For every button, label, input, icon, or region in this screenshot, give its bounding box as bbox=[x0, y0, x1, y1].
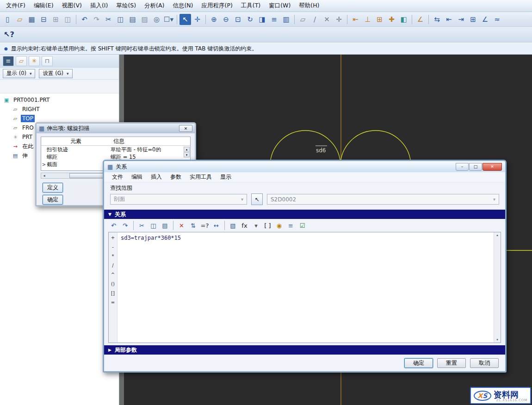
zoom-in-icon[interactable]: ⊕ bbox=[208, 14, 220, 25]
tree-item-right[interactable]: ▱ RIGHT bbox=[0, 105, 119, 114]
vertical-scrollbar[interactable]: ▴ ▾ bbox=[494, 232, 501, 343]
shade-toggle-icon[interactable]: ◧ bbox=[398, 14, 409, 25]
grid-snap-icon[interactable]: ⊞ bbox=[467, 14, 479, 25]
saved-views-icon[interactable]: ◨ bbox=[256, 14, 268, 25]
paste-icon[interactable]: ▤ bbox=[127, 14, 138, 25]
menu-item[interactable]: 应用程序(P) bbox=[198, 0, 237, 12]
menu-item[interactable]: 帮助(H) bbox=[295, 0, 323, 12]
operator-button[interactable]: + bbox=[109, 234, 117, 241]
ok-button[interactable]: 确定 bbox=[43, 195, 63, 205]
model-tree-tab-icon[interactable]: ≡ bbox=[3, 56, 14, 66]
sorted-list-icon[interactable]: ≡ bbox=[285, 220, 296, 231]
menu-item[interactable]: 编辑(E) bbox=[30, 0, 58, 12]
sketch-view-icon[interactable]: ∠ bbox=[414, 14, 426, 25]
copy-icon[interactable]: ◫ bbox=[115, 14, 126, 25]
menu-item[interactable]: 显示 bbox=[216, 172, 235, 182]
operator-button[interactable]: / bbox=[109, 262, 117, 269]
csys-toggle-icon[interactable]: ✛ bbox=[333, 14, 345, 25]
cut-icon[interactable]: ✂ bbox=[136, 220, 147, 231]
zoom-window-icon[interactable]: ⊡ bbox=[232, 14, 244, 25]
print-preview-icon[interactable]: ⊞ bbox=[50, 14, 62, 25]
redo-icon[interactable]: ↷ bbox=[120, 220, 130, 231]
spin-down-icon[interactable]: ▾ bbox=[184, 152, 190, 157]
copy-icon[interactable]: ◫ bbox=[148, 220, 159, 231]
view-manager-icon[interactable]: ▥ bbox=[280, 14, 292, 25]
fit-vertical-icon[interactable]: ⇥ bbox=[455, 14, 467, 25]
undo-icon[interactable]: ↶ bbox=[79, 14, 90, 25]
datum-plane-toggle-icon[interactable]: ▱ bbox=[297, 14, 309, 25]
evaluate-icon[interactable]: =? bbox=[199, 220, 210, 231]
spin-up-icon[interactable]: ▴ bbox=[184, 147, 190, 152]
save-file-icon[interactable]: ▦ bbox=[26, 14, 37, 25]
datum-point-toggle-icon[interactable]: ✕ bbox=[321, 14, 333, 25]
close-button[interactable]: ✕ bbox=[483, 163, 502, 171]
operator-button[interactable]: ^ bbox=[109, 271, 117, 278]
folder-browser-icon[interactable]: ▱ bbox=[16, 56, 27, 66]
datum-axis-toggle-icon[interactable]: ∕ bbox=[309, 14, 321, 25]
menu-item[interactable]: 插入(I) bbox=[86, 0, 112, 12]
function-dropdown-icon[interactable]: ▾ bbox=[251, 220, 261, 231]
scroll-left-icon[interactable]: ◂ bbox=[41, 173, 47, 178]
menu-item[interactable]: 文件(F) bbox=[2, 0, 30, 12]
insert-from-file-icon[interactable]: ▧ bbox=[228, 220, 238, 231]
paste-icon[interactable]: ▤ bbox=[160, 220, 170, 231]
pick-in-graphics-button[interactable]: ↖ bbox=[251, 193, 263, 205]
context-help-icon[interactable]: ↖? bbox=[4, 30, 14, 39]
operator-button[interactable]: [] bbox=[109, 290, 117, 297]
print-icon[interactable]: ⊟ bbox=[38, 14, 49, 25]
maximize-button[interactable]: □ bbox=[469, 163, 482, 171]
menu-item[interactable]: 插入 bbox=[147, 172, 166, 182]
local-params-section-header[interactable]: ▶ 局部参数 bbox=[104, 345, 505, 355]
menu-item[interactable]: 草绘(S) bbox=[112, 0, 140, 12]
scroll-down-icon[interactable]: ▾ bbox=[496, 338, 498, 342]
undo-icon[interactable]: ↶ bbox=[108, 220, 119, 231]
selection-filter-icon[interactable]: ☐▾ bbox=[163, 14, 174, 25]
refit-icon[interactable]: ↻ bbox=[244, 14, 256, 25]
lookin-name-combo[interactable]: S2D0002 ▾ bbox=[267, 194, 499, 205]
menu-item[interactable]: 视图(V) bbox=[58, 0, 86, 12]
close-icon[interactable]: ✕ bbox=[179, 125, 192, 132]
redo-icon[interactable]: ↷ bbox=[91, 14, 102, 25]
tree-item-part[interactable]: ▣ PRT0001.PRT bbox=[0, 95, 119, 105]
vertex-display-toggle-icon[interactable]: ✚ bbox=[386, 14, 397, 25]
favorites-icon[interactable]: ✳ bbox=[29, 56, 40, 66]
menu-item[interactable]: 编辑 bbox=[127, 172, 147, 182]
operator-button[interactable]: = bbox=[109, 299, 117, 306]
lookin-type-combo[interactable]: 剖面 ▾ bbox=[110, 194, 247, 205]
brackets-icon[interactable]: [ ] bbox=[262, 220, 273, 231]
menu-item[interactable]: 信息(N) bbox=[168, 0, 197, 12]
paste-special-icon[interactable]: ▨ bbox=[139, 14, 150, 25]
menu-item[interactable]: 分析(A) bbox=[140, 0, 168, 12]
protrusion-dialog-titlebar[interactable]: ▦ 伸出项: 螺旋扫描 ✕ bbox=[37, 124, 195, 133]
relations-section-header[interactable]: ▼ 关系 bbox=[104, 210, 505, 219]
sort-icon[interactable]: ⇅ bbox=[188, 220, 198, 231]
element-row[interactable]: 扫引轨迹 草绘平面 - 特征=0的 bbox=[41, 146, 190, 153]
sketch-orient-icon[interactable]: ✛ bbox=[192, 14, 203, 25]
extend-icon[interactable]: ↔ bbox=[211, 220, 222, 231]
tree-item-top[interactable]: ▱ TOP bbox=[0, 114, 119, 123]
zoom-out-icon[interactable]: ⊖ bbox=[220, 14, 232, 25]
show-dropdown[interactable]: 显示 (0) ▾ bbox=[3, 69, 35, 78]
pan-zoom-icon[interactable]: ⇆ bbox=[431, 14, 443, 25]
verify-icon[interactable]: ☑ bbox=[297, 220, 308, 231]
menu-item[interactable]: 实用工具 bbox=[186, 172, 216, 182]
menu-item[interactable]: 文件 bbox=[108, 172, 127, 182]
connections-icon[interactable]: ⊓ bbox=[42, 56, 53, 66]
graph-tool-icon[interactable]: ∠ bbox=[479, 14, 491, 25]
dim-display-toggle-icon[interactable]: ⇤ bbox=[350, 14, 361, 25]
new-file-icon[interactable]: ▯ bbox=[2, 14, 13, 25]
define-button[interactable]: 定义 bbox=[43, 183, 63, 193]
minimize-button[interactable]: – bbox=[456, 163, 469, 171]
delete-icon[interactable]: ✕ bbox=[176, 220, 187, 231]
menu-item[interactable]: 工具(T) bbox=[237, 0, 265, 12]
function-icon[interactable]: fx bbox=[239, 220, 250, 231]
open-file-icon[interactable]: ▱ bbox=[14, 14, 25, 25]
cancel-button[interactable]: 取消 bbox=[470, 358, 499, 368]
fit-horizontal-icon[interactable]: ⇤ bbox=[443, 14, 455, 25]
find-icon[interactable]: ◎ bbox=[151, 14, 162, 25]
relations-dialog-titlebar[interactable]: ▦ 关系 – □ ✕ bbox=[104, 161, 505, 172]
menu-item[interactable]: 参数 bbox=[166, 172, 186, 182]
scroll-up-icon[interactable]: ▴ bbox=[496, 233, 498, 237]
ok-button[interactable]: 确定 bbox=[404, 358, 433, 368]
erase-display-icon[interactable]: ◫ bbox=[62, 14, 74, 25]
